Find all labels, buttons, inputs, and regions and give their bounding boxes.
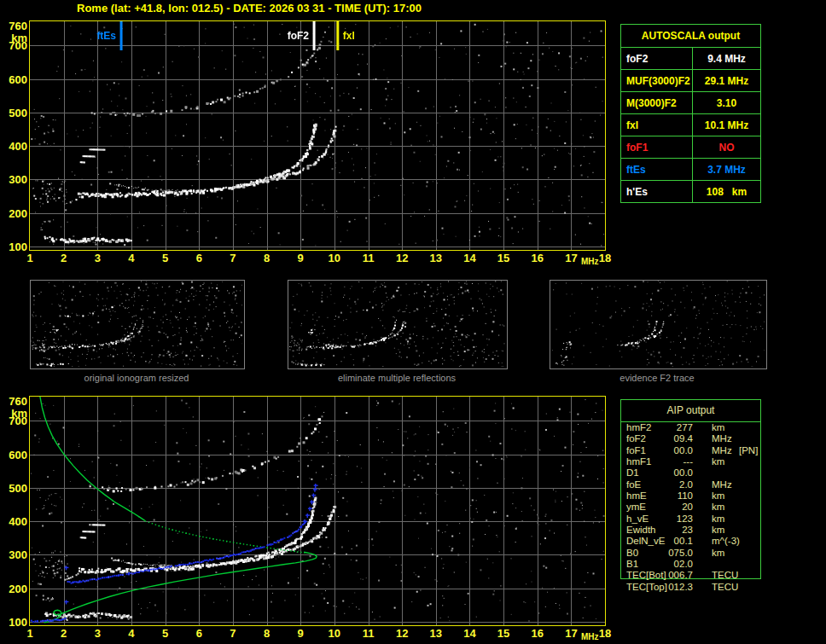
x-tick-label: 10: [323, 252, 346, 264]
aip-row-label: foF1: [626, 445, 646, 456]
y-tick-label: 760: [3, 20, 27, 32]
aip-row-value: 00.0: [645, 467, 693, 479]
panel-evidence-canvas: [550, 281, 765, 367]
aip-row-value: 23: [645, 525, 693, 536]
aip-row-hmE: hmE110km: [621, 490, 759, 502]
autoscala-row-label: h'Es: [621, 181, 693, 202]
panel-caption-evidence: evidence F2 trace: [563, 373, 751, 383]
aip-row-label: B1: [626, 559, 638, 570]
panel-evidence-f2: [550, 280, 767, 369]
aip-row-foF2: foF209.4MHz: [621, 433, 759, 444]
aip-row-label: ymE: [626, 502, 646, 513]
autoscala-row-value: 108 km: [693, 181, 760, 202]
autoscala-row-value: 29.1 MHz: [693, 70, 760, 91]
x-tick-label: 15: [492, 252, 515, 264]
x-tick-label: 13: [425, 252, 447, 264]
y-tick-label: 200: [3, 583, 27, 595]
autoscala-row-foF1: foF1NO: [621, 136, 760, 158]
x-tick-label: 6: [188, 252, 210, 264]
autoscala-table-header: AUTOSCALA output: [621, 25, 760, 48]
aip-row-extra: [PN]: [739, 445, 758, 456]
aip-row-value: 006.7: [645, 570, 693, 581]
autoscala-row-value: 10.1 MHz: [693, 114, 760, 136]
aip-row-label: foF2: [626, 433, 646, 444]
y-tick-label: 500: [3, 107, 27, 119]
autoscala-row-label: foF1: [621, 136, 693, 158]
autoscala-row-label: ftEs: [621, 159, 693, 180]
autoscala-row-foF2: foF29.4 MHz: [621, 48, 760, 69]
x-tick-label: 12: [391, 628, 413, 639]
aip-row-unit: MHz: [712, 433, 732, 444]
y-tick-label: 600: [3, 450, 27, 461]
x-tick-label: 3: [86, 628, 108, 639]
y-tick-label: 100: [3, 241, 27, 252]
aip-row-value: ---: [645, 456, 693, 467]
y-tick-label: 400: [3, 141, 27, 152]
x-tick-label: 3: [86, 252, 108, 264]
panel-original-canvas: [31, 281, 242, 367]
x-tick-label: 9: [289, 252, 311, 264]
x-tick-label: 1: [19, 628, 41, 639]
aip-row-unit: TECU: [712, 570, 738, 581]
aip-row-Ewidth: Ewidth23km: [621, 525, 759, 536]
aip-row-unit: MHz: [712, 479, 732, 490]
x-tick-label: 11: [358, 628, 380, 639]
marker-label-ftEs: ftEs: [65, 31, 116, 41]
autoscala-row-MUF(3000)F2: MUF(3000)F229.1 MHz: [621, 69, 760, 91]
aip-row-value: 00.0: [645, 445, 693, 456]
marker-label-fxI: fxI: [343, 31, 355, 41]
x-tick-label: 5: [154, 252, 177, 264]
autoscala-row-value: NO: [693, 136, 760, 158]
marker-label-foF2: foF2: [258, 31, 309, 41]
x-axis-unit-label: MHz: [577, 256, 602, 267]
aip-table-rows: hmF2277kmfoF209.4MHzfoF100.0MHz[PN]hmF1-…: [621, 422, 759, 593]
aip-row-unit: km: [712, 525, 724, 536]
aip-row-TEC[Top]: TEC[Top]012.3TECU: [621, 582, 759, 593]
x-tick-label: 9: [289, 628, 311, 639]
x-tick-label: 4: [120, 628, 143, 639]
aip-row-value: 20: [645, 502, 693, 513]
aip-row-foF1: foF100.0MHz[PN]: [621, 445, 759, 456]
x-tick-label: 11: [358, 252, 380, 264]
autoscala-row-value: 3.10: [693, 92, 760, 113]
autoscala-row-label: fxI: [621, 114, 693, 136]
y-tick-label: 300: [3, 549, 27, 560]
aip-row-label: B0: [626, 548, 638, 559]
x-tick-label: 15: [492, 628, 515, 639]
y-tick-label: 500: [3, 483, 27, 494]
x-tick-label: 4: [120, 252, 143, 264]
aip-row-unit: km: [712, 548, 724, 559]
aip-row-unit: km: [712, 490, 724, 502]
x-tick-label: 1: [19, 252, 41, 264]
aip-row-value: 2.0: [645, 479, 693, 490]
aip-table-header: AIP output: [621, 400, 760, 422]
aip-row-DelN_vE: DelN_vE00.1m^(-3): [621, 536, 759, 547]
bottom-ionogram-canvas: [29, 396, 606, 626]
x-tick-label: 5: [154, 628, 177, 639]
aip-row-TEC[Bot]: TEC[Bot]006.7TECU: [621, 570, 759, 581]
panel-eliminate-canvas: [288, 281, 505, 367]
x-tick-label: 2: [53, 252, 75, 264]
aip-row-value: 123: [645, 513, 693, 525]
y-tick-label: 100: [3, 617, 27, 628]
aip-row-unit: MHz: [712, 445, 732, 456]
x-tick-label: 12: [391, 252, 413, 264]
aip-row-unit: m^(-3): [712, 536, 740, 547]
aip-row-label: D1: [626, 467, 639, 479]
panel-original-ionogram: [30, 280, 245, 369]
x-tick-label: 2: [53, 628, 75, 639]
autoscala-screen: Rome (lat: +41.8, lon: 012.5) - DATE: 20…: [0, 0, 826, 644]
aip-row-unit: km: [712, 502, 724, 513]
aip-row-B0: B0075.0km: [621, 548, 759, 559]
aip-row-unit: km: [712, 513, 724, 525]
x-tick-label: 13: [425, 628, 447, 639]
panel-caption-original: original ionogram resized: [43, 373, 230, 383]
aip-row-value: 075.0: [645, 548, 693, 559]
autoscala-row-label: M(3000)F2: [621, 92, 693, 113]
aip-row-unit: TECU: [712, 582, 738, 593]
y-tick-label: 600: [3, 74, 27, 85]
x-tick-label: 10: [323, 628, 346, 639]
x-tick-label: 14: [458, 252, 480, 264]
aip-row-value: 02.0: [645, 559, 693, 570]
x-tick-label: 6: [188, 628, 210, 639]
